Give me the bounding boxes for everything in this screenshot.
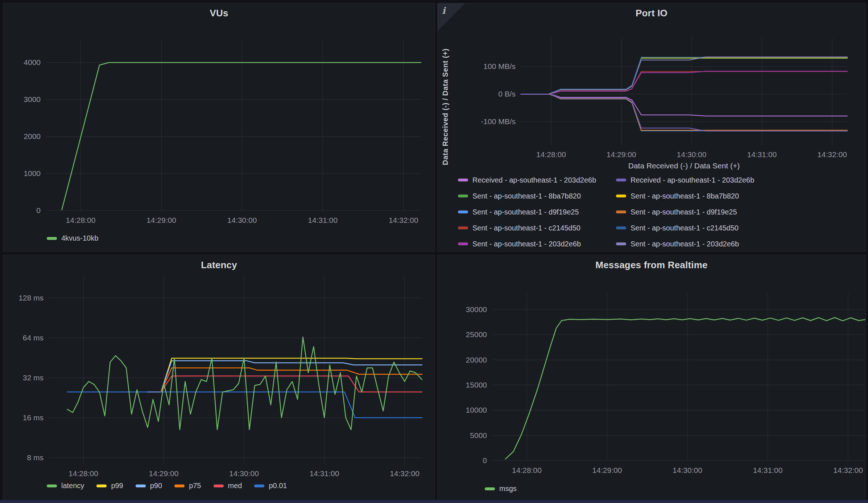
svg-text:0: 0 bbox=[36, 206, 41, 214]
legend-item-sent-203d2e6b[interactable]: Sent - ap-southeast-1 - 203d2e6b bbox=[458, 240, 616, 248]
svg-text:20000: 20000 bbox=[466, 356, 487, 364]
panel-port-io: 100 MB/s0 B/s-100 MB/s14:28:0014:29:0014… bbox=[437, 3, 866, 252]
legend-swatch bbox=[96, 484, 107, 487]
svg-text:14:30:00: 14:30:00 bbox=[673, 466, 702, 474]
legend-swatch bbox=[616, 179, 626, 181]
legend-item-p0-01[interactable]: p0.01 bbox=[254, 482, 287, 490]
port-io-y-axis-label: Data Received (-) / Data Sent (+) bbox=[441, 48, 450, 165]
legend-item-sent-d9f19e25[interactable]: Sent - ap-southeast-1 - d9f19e25 bbox=[458, 208, 616, 216]
legend-item-p99[interactable]: p99 bbox=[96, 482, 123, 490]
legend-label: Sent - ap-southeast-1 - d9f19e25 bbox=[631, 208, 737, 216]
legend-swatch bbox=[616, 210, 626, 213]
svg-text:14:28:00: 14:28:00 bbox=[536, 150, 566, 159]
legend-item-4kvus-10kb[interactable]: 4kvus-10kb bbox=[47, 234, 98, 242]
panel-title-port-io[interactable]: Port IO bbox=[438, 8, 865, 19]
legend-swatch bbox=[254, 484, 264, 487]
latency-legend: latency p99 p90 p75 med p0.01 bbox=[47, 482, 287, 490]
legend-label: 4kvus-10kb bbox=[61, 234, 98, 242]
legend-swatch bbox=[616, 195, 626, 197]
messages-chart[interactable]: 05000100001500020000250003000014:28:0014… bbox=[438, 255, 865, 500]
latency-chart[interactable]: 8 ms16 ms32 ms64 ms128 ms14:28:0014:29:0… bbox=[3, 255, 435, 500]
legend-item-med[interactable]: med bbox=[214, 482, 242, 490]
legend-item-sent-203d2e6b-2[interactable]: Sent - ap-southeast-1 - 203d2e6b bbox=[616, 240, 858, 248]
svg-text:100 MB/s: 100 MB/s bbox=[483, 62, 516, 70]
panel-vus: 0100020003000400014:28:0014:29:0014:30:0… bbox=[3, 3, 435, 252]
svg-text:14:31:00: 14:31:00 bbox=[753, 466, 783, 474]
legend-label: p99 bbox=[111, 482, 123, 490]
legend-item-msgs[interactable]: msgs bbox=[485, 484, 517, 493]
svg-text:64 ms: 64 ms bbox=[23, 334, 44, 342]
svg-text:14:30:00: 14:30:00 bbox=[677, 150, 707, 159]
legend-item-sent-d9f19e25-2[interactable]: Sent - ap-southeast-1 - d9f19e25 bbox=[616, 208, 858, 216]
svg-text:14:29:00: 14:29:00 bbox=[592, 466, 622, 474]
svg-text:5000: 5000 bbox=[470, 431, 487, 439]
legend-item-sent-c2145d50[interactable]: Sent - ap-southeast-1 - c2145d50 bbox=[458, 224, 616, 232]
legend-label: Sent - ap-southeast-1 - c2145d50 bbox=[631, 224, 739, 232]
legend-swatch bbox=[214, 484, 224, 487]
svg-text:14:29:00: 14:29:00 bbox=[149, 469, 179, 478]
legend-item-sent-8ba7b820[interactable]: Sent - ap-southeast-1 - 8ba7b820 bbox=[458, 192, 616, 200]
svg-text:25000: 25000 bbox=[466, 330, 487, 339]
legend-swatch bbox=[458, 179, 468, 181]
legend-item-p75[interactable]: p75 bbox=[174, 482, 201, 490]
svg-text:14:29:00: 14:29:00 bbox=[146, 216, 176, 224]
svg-text:16 ms: 16 ms bbox=[23, 413, 44, 422]
legend-item-received-203d2e6b-2[interactable]: Received - ap-southeast-1 - 203d2e6b bbox=[616, 176, 858, 184]
svg-text:14:32:00: 14:32:00 bbox=[817, 150, 847, 159]
svg-text:8 ms: 8 ms bbox=[27, 453, 44, 462]
legend-label: Sent - ap-southeast-1 - 203d2e6b bbox=[472, 240, 581, 248]
legend-item-p90[interactable]: p90 bbox=[136, 482, 162, 490]
legend-label: Sent - ap-southeast-1 - 8ba7b820 bbox=[472, 192, 581, 200]
svg-text:14:30:00: 14:30:00 bbox=[227, 216, 257, 224]
svg-text:14:31:00: 14:31:00 bbox=[310, 469, 339, 478]
panel-latency: 8 ms16 ms32 ms64 ms128 ms14:28:0014:29:0… bbox=[3, 255, 435, 501]
svg-text:3000: 3000 bbox=[24, 95, 41, 103]
svg-text:128 ms: 128 ms bbox=[18, 294, 44, 302]
legend-label: Sent - ap-southeast-1 - c2145d50 bbox=[472, 224, 580, 232]
legend-swatch bbox=[458, 226, 468, 229]
legend-label: Sent - ap-southeast-1 - 203d2e6b bbox=[631, 240, 739, 248]
grafana-dashboard: 0100020003000400014:28:0014:29:0014:30:0… bbox=[0, 0, 868, 503]
svg-text:-100 MB/s: -100 MB/s bbox=[481, 117, 516, 126]
svg-text:10000: 10000 bbox=[466, 406, 487, 414]
svg-text:15000: 15000 bbox=[466, 381, 487, 389]
panel-messages: 05000100001500020000250003000014:28:0014… bbox=[437, 255, 866, 501]
bottom-strip bbox=[0, 500, 868, 503]
legend-item-sent-c2145d50-2[interactable]: Sent - ap-southeast-1 - c2145d50 bbox=[616, 224, 858, 232]
legend-swatch bbox=[616, 242, 626, 245]
legend-label: p90 bbox=[150, 482, 162, 490]
legend-swatch bbox=[47, 237, 57, 240]
legend-swatch bbox=[174, 484, 185, 487]
legend-swatch bbox=[458, 242, 468, 245]
svg-text:14:32:00: 14:32:00 bbox=[389, 216, 418, 224]
legend-item-sent-8ba7b820-2[interactable]: Sent - ap-southeast-1 - 8ba7b820 bbox=[616, 192, 858, 200]
legend-label: med bbox=[228, 482, 242, 490]
svg-text:14:28:00: 14:28:00 bbox=[512, 466, 542, 474]
svg-text:32 ms: 32 ms bbox=[23, 373, 44, 382]
panel-title-messages[interactable]: Messages from Realtime bbox=[438, 259, 865, 271]
svg-text:0: 0 bbox=[483, 456, 487, 465]
legend-label: Received - ap-southeast-1 - 203d2e6b bbox=[631, 176, 754, 184]
legend-label: Sent - ap-southeast-1 - 8ba7b820 bbox=[631, 192, 739, 200]
legend-label: p0.01 bbox=[269, 482, 287, 490]
legend-label: p75 bbox=[189, 482, 201, 490]
legend-item-latency[interactable]: latency bbox=[47, 482, 84, 490]
port-io-x-axis-label: Data Received (-) / Data Sent (+) bbox=[521, 161, 847, 170]
svg-text:0 B/s: 0 B/s bbox=[498, 90, 516, 98]
legend-swatch bbox=[136, 484, 146, 487]
svg-text:30000: 30000 bbox=[466, 305, 487, 314]
vus-chart[interactable]: 0100020003000400014:28:0014:29:0014:30:0… bbox=[3, 3, 435, 252]
legend-label: Sent - ap-southeast-1 - d9f19e25 bbox=[472, 208, 579, 216]
legend-swatch bbox=[616, 226, 626, 229]
panel-title-latency[interactable]: Latency bbox=[3, 259, 435, 271]
legend-swatch bbox=[458, 210, 468, 213]
legend-item-received-203d2e6b[interactable]: Received - ap-southeast-1 - 203d2e6b bbox=[458, 176, 616, 184]
panel-title-vus[interactable]: VUs bbox=[3, 8, 435, 19]
svg-text:14:32:00: 14:32:00 bbox=[390, 469, 419, 478]
messages-legend: msgs bbox=[485, 484, 517, 493]
svg-text:14:28:00: 14:28:00 bbox=[66, 216, 96, 224]
svg-text:14:28:00: 14:28:00 bbox=[69, 469, 98, 478]
legend-label: Received - ap-southeast-1 - 203d2e6b bbox=[472, 176, 596, 184]
legend-swatch bbox=[458, 195, 468, 197]
legend-label: latency bbox=[61, 482, 84, 490]
